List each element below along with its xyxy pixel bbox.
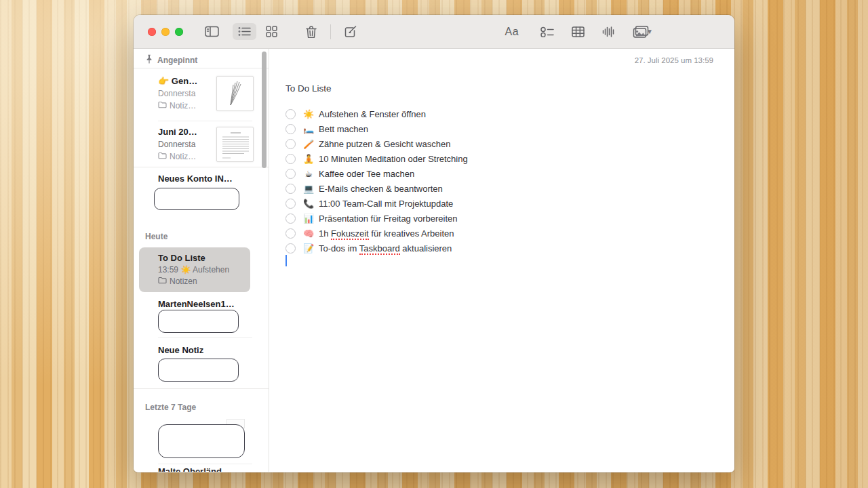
today-section-label: Heute (145, 232, 167, 241)
traffic-lights (148, 28, 183, 36)
folder-icon (158, 277, 167, 286)
note-sketch-preview (158, 310, 239, 333)
note-title: 👉 Gen… (158, 76, 197, 86)
audio-waveform-icon (602, 26, 615, 38)
item-text: To-dos im Taskboard aktualisieren (319, 243, 452, 253)
item-text: Bett machen (319, 124, 368, 134)
format-button[interactable]: Aa (496, 20, 529, 44)
chevron-down-icon: ▼ (646, 28, 653, 35)
format-icon: Aa (501, 23, 524, 41)
checkbox-circle[interactable] (285, 139, 296, 149)
note-thumbnail-document (216, 127, 254, 162)
section-separator (134, 167, 269, 167)
item-text: E-Mails checken & beantworten (319, 184, 443, 194)
note-sketch-preview (158, 424, 245, 458)
checkbox-circle[interactable] (285, 243, 296, 253)
checkbox-circle[interactable] (285, 184, 296, 194)
item-separator (158, 337, 252, 338)
item-text: Präsentation für Freitag vorbereiten (319, 214, 458, 224)
checkbox-circle[interactable] (285, 124, 296, 134)
toolbar-right-group: Aa (496, 20, 658, 44)
checkbox-circle[interactable] (285, 199, 296, 209)
note-date: Donnersta (158, 140, 197, 149)
main-split: Angepinnt 👉 Gen… Donnersta Notiz… (134, 49, 734, 472)
checkbox-circle[interactable] (285, 154, 296, 164)
checklist-item: 🛏️ Bett machen (285, 121, 468, 136)
checkbox-circle[interactable] (285, 169, 296, 179)
note-folder: Notiz… (158, 152, 197, 161)
delete-note-button[interactable] (300, 22, 322, 41)
checklist: ☀️ Aufstehen & Fenster öffnen 🛏️ Bett ma… (285, 106, 468, 256)
note-title-clipped[interactable]: Malte Oberländ… (158, 466, 231, 472)
checkbox-circle[interactable] (285, 109, 296, 119)
note-editor-pane[interactable]: 27. Juli 2025 um 13:59 To Do Liste ☀️ Au… (269, 49, 734, 472)
note-timestamp: 27. Juli 2025 um 13:59 (635, 56, 713, 64)
checklist-item: 📞 11:00 Team-Call mit Projektupdate (285, 196, 468, 211)
compose-icon (344, 26, 357, 38)
item-emoji: 💻 (302, 184, 315, 194)
close-button[interactable] (148, 28, 156, 36)
folder-icon (158, 152, 167, 161)
item-emoji: 🛏️ (302, 124, 315, 134)
checklist-button[interactable] (535, 23, 559, 41)
table-icon (572, 26, 585, 37)
section-separator (134, 388, 269, 389)
toolbar-divider (330, 24, 331, 39)
gallery-view-button[interactable] (260, 22, 283, 41)
last7-section-header: Letzte 7 Tage (145, 403, 196, 412)
zoom-button[interactable] (175, 28, 183, 36)
minimize-button[interactable] (161, 28, 170, 36)
note-thumbnail-sketch (216, 76, 254, 111)
checklist-icon (540, 26, 554, 37)
trash-icon (306, 26, 317, 38)
list-item-pinned-2[interactable]: Juni 20… Donnersta Notiz… (158, 127, 254, 162)
note-folder: Notizen (158, 277, 250, 286)
note-folder: Notiz… (158, 101, 197, 110)
checkbox-circle[interactable] (285, 214, 296, 224)
item-emoji: 📊 (302, 214, 315, 224)
checklist-item: 📝 To-dos im Taskboard aktualisieren (285, 241, 468, 256)
item-separator (158, 121, 252, 121)
checkbox-circle[interactable] (285, 228, 296, 239)
checklist-item: 🧘 10 Minuten Meditation oder Stretching (285, 151, 468, 166)
note-title: MartenNeelsen1… (158, 299, 235, 309)
item-text: Kaffee oder Tee machen (319, 169, 414, 179)
list-view-icon (238, 26, 251, 37)
gallery-view-icon (266, 26, 277, 37)
item-separator (158, 464, 252, 464)
pin-icon (145, 54, 153, 66)
section-separator (134, 68, 269, 68)
pinned-section-header: Angepinnt (145, 54, 197, 66)
sidebar-toggle-button[interactable] (199, 22, 224, 41)
new-note-button[interactable] (339, 22, 363, 41)
checklist-item: 🧠 1h Fokuszeit für kreatives Arbeiten (285, 226, 468, 241)
notes-window: Aa (134, 15, 734, 472)
checklist-item: ☀️ Aufstehen & Fenster öffnen (285, 106, 468, 121)
list-view-button[interactable] (233, 23, 256, 40)
last7-section-label: Letzte 7 Tage (145, 403, 196, 412)
text-cursor (285, 255, 287, 266)
note-sketch-preview (154, 188, 239, 210)
today-section-header: Heute (145, 232, 167, 241)
folder-icon (158, 101, 167, 110)
note-preview: 13:59 ☀️ Aufstehen (158, 265, 250, 274)
note-title: Neue Notiz (158, 345, 203, 355)
media-button[interactable]: ▼ (627, 22, 658, 41)
item-emoji: 🧠 (302, 228, 315, 239)
list-item-pinned-1[interactable]: 👉 Gen… Donnersta Notiz… (158, 76, 254, 111)
sidebar-scrollbar[interactable] (262, 52, 267, 168)
checklist-item: 🪥 Zähne putzen & Gesicht waschen (285, 136, 468, 151)
item-emoji: 📞 (302, 199, 315, 209)
item-emoji: 🧘 (302, 154, 315, 164)
audio-record-button[interactable] (597, 22, 620, 41)
table-button[interactable] (566, 23, 590, 41)
item-emoji: 📝 (302, 243, 315, 253)
item-text: 1h Fokuszeit für kreatives Arbeiten (319, 228, 454, 239)
note-title: Juni 20… (158, 127, 197, 137)
note-title: To Do Liste (158, 253, 250, 263)
note-body-title: To Do Liste (285, 83, 332, 94)
list-item-to-do-liste-selected[interactable]: To Do Liste 13:59 ☀️ Aufstehen Notizen (139, 247, 250, 292)
item-text: Aufstehen & Fenster öffnen (319, 109, 426, 119)
checklist-item: 💻 E-Mails checken & beantworten (285, 181, 468, 196)
item-emoji: ☀️ (302, 109, 315, 119)
